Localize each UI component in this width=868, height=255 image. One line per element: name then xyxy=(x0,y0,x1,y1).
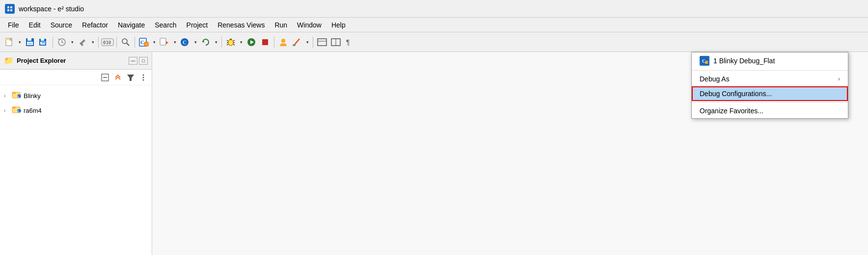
menu-renesas-views[interactable]: Renesas Views xyxy=(213,19,270,31)
dropdown-item-debug-configurations[interactable]: Debug Configurations... xyxy=(692,86,848,101)
show-whitespace-button[interactable]: ¶ xyxy=(343,36,356,49)
separator-1 xyxy=(53,37,53,48)
debug-bug-button[interactable] xyxy=(224,36,237,49)
dropdown-item-organize-favorites[interactable]: Organize Favorites... xyxy=(692,103,848,118)
user-button[interactable] xyxy=(277,36,290,49)
menu-edit[interactable]: Edit xyxy=(24,19,46,31)
project-explorer-panel: 📁 Project Explorer — □ xyxy=(0,52,152,255)
menu-file[interactable]: File xyxy=(3,19,24,31)
stop-button[interactable] xyxy=(259,36,271,49)
separator-7 xyxy=(313,37,313,48)
file-arrow-dropdown[interactable]: ▾ xyxy=(172,36,178,49)
link-editor-button[interactable] xyxy=(112,72,123,83)
svg-rect-6 xyxy=(6,38,10,40)
blinky-expand-arrow[interactable]: › xyxy=(4,93,10,99)
svg-line-36 xyxy=(233,44,235,45)
history-button[interactable] xyxy=(55,36,68,49)
panel-controls: — □ xyxy=(129,57,148,65)
menu-help[interactable]: Help xyxy=(326,19,351,31)
svg-rect-10 xyxy=(28,43,32,45)
project-panel-label: Project Explorer xyxy=(17,57,66,64)
svg-line-31 xyxy=(227,40,228,41)
dropdown-separator-1 xyxy=(692,70,848,71)
svg-point-54 xyxy=(143,76,144,78)
project-panel-title: 📁 Project Explorer xyxy=(4,56,126,65)
new-file-button[interactable] xyxy=(3,36,16,49)
editor-layout-1[interactable] xyxy=(316,36,328,49)
svg-rect-8 xyxy=(27,38,31,41)
view-menu-button[interactable] xyxy=(138,72,149,83)
svg-rect-41 xyxy=(262,39,268,45)
submenu-arrow-icon: › xyxy=(838,76,840,82)
menu-navigate[interactable]: Navigate xyxy=(113,19,150,31)
main-area: 📁 Project Explorer — □ xyxy=(0,52,868,255)
dropdown-label-blinky: 1 Blinky Debug_Flat xyxy=(713,57,775,65)
svg-point-42 xyxy=(281,39,285,43)
separator-4 xyxy=(135,37,135,48)
menu-refactor[interactable]: Refactor xyxy=(77,19,113,31)
title-bar: workspace - e² studio xyxy=(0,0,868,18)
refresh-button[interactable] xyxy=(199,36,212,49)
collapse-all-button[interactable] xyxy=(100,72,110,83)
menu-window[interactable]: Window xyxy=(292,19,326,31)
c-file-button[interactable]: C xyxy=(137,36,150,49)
menu-project[interactable]: Project xyxy=(182,19,213,31)
svg-marker-26 xyxy=(166,41,168,44)
filter-button[interactable] xyxy=(125,72,136,83)
ra6m4-expand-arrow[interactable]: › xyxy=(4,108,10,113)
project-panel-header: 📁 Project Explorer — □ xyxy=(0,52,152,70)
svg-line-35 xyxy=(227,44,228,45)
svg-line-32 xyxy=(233,40,235,41)
svg-marker-52 xyxy=(127,75,134,81)
save-button[interactable] xyxy=(24,36,36,49)
svg-rect-24 xyxy=(144,42,148,46)
separator-6 xyxy=(274,37,274,48)
panel-toolbar xyxy=(0,70,152,85)
dropdown-label-debug-as: Debug As xyxy=(700,75,730,83)
search-toolbar-button[interactable] xyxy=(119,36,132,49)
c-button[interactable]: C xyxy=(179,36,191,49)
editor-layout-2[interactable] xyxy=(329,36,342,49)
history-dropdown[interactable]: ▾ xyxy=(69,36,75,49)
dropdown-label-debug-config: Debug Configurations... xyxy=(700,90,772,98)
menu-run[interactable]: Run xyxy=(270,19,292,31)
dropdown-item-blinky-debug-flat[interactable]: C 1 Blinky Debug_Flat xyxy=(692,52,848,69)
svg-point-20 xyxy=(122,39,127,44)
binary-button[interactable]: 010 xyxy=(101,36,114,49)
minimize-panel-button[interactable]: — xyxy=(129,57,137,65)
debug-dropdown-menu: C 1 Blinky Debug_Flat Debug As › Debug C… xyxy=(691,52,848,119)
ra6m4-project-icon: C xyxy=(12,105,22,116)
svg-rect-4 xyxy=(10,9,12,11)
svg-rect-2 xyxy=(10,6,12,8)
debug-dropdown[interactable]: ▾ xyxy=(238,36,244,49)
menu-search[interactable]: Search xyxy=(150,19,181,31)
paintbrush-button[interactable] xyxy=(291,36,303,49)
new-file-dropdown[interactable]: ▾ xyxy=(17,36,23,49)
build-dropdown[interactable]: ▾ xyxy=(90,36,96,49)
c-file-dropdown[interactable]: ▾ xyxy=(151,36,157,49)
menu-bar: File Edit Source Refactor Navigate Searc… xyxy=(0,18,868,32)
separator-2 xyxy=(98,37,99,48)
svg-rect-57 xyxy=(12,92,16,94)
svg-text:C: C xyxy=(18,95,20,99)
maximize-panel-button[interactable]: □ xyxy=(139,57,148,65)
svg-rect-25 xyxy=(160,38,166,45)
tree-item-blinky[interactable]: › C Blinky xyxy=(0,88,152,103)
blinky-project-icon: C xyxy=(12,90,22,101)
build-button[interactable] xyxy=(76,36,89,49)
dropdown-item-debug-as[interactable]: Debug As › xyxy=(692,72,848,86)
tree-item-ra6m4[interactable]: › C ra6m4 xyxy=(0,103,152,118)
run-button[interactable] xyxy=(245,36,258,49)
window-title: workspace - e² studio xyxy=(19,5,84,13)
refresh-dropdown[interactable]: ▾ xyxy=(213,36,219,49)
dropdown-label-organize: Organize Favorites... xyxy=(700,107,763,115)
save-all-button[interactable] xyxy=(37,36,50,49)
svg-rect-12 xyxy=(41,39,44,41)
toolbar: ▾ ▾ ▾ xyxy=(0,32,868,52)
svg-rect-1 xyxy=(7,6,9,8)
c-button-dropdown[interactable]: ▾ xyxy=(192,36,198,49)
file-arrow-button[interactable] xyxy=(158,36,171,49)
menu-source[interactable]: Source xyxy=(46,19,77,31)
svg-point-53 xyxy=(143,74,144,76)
paintbrush-dropdown[interactable]: ▾ xyxy=(304,36,310,49)
